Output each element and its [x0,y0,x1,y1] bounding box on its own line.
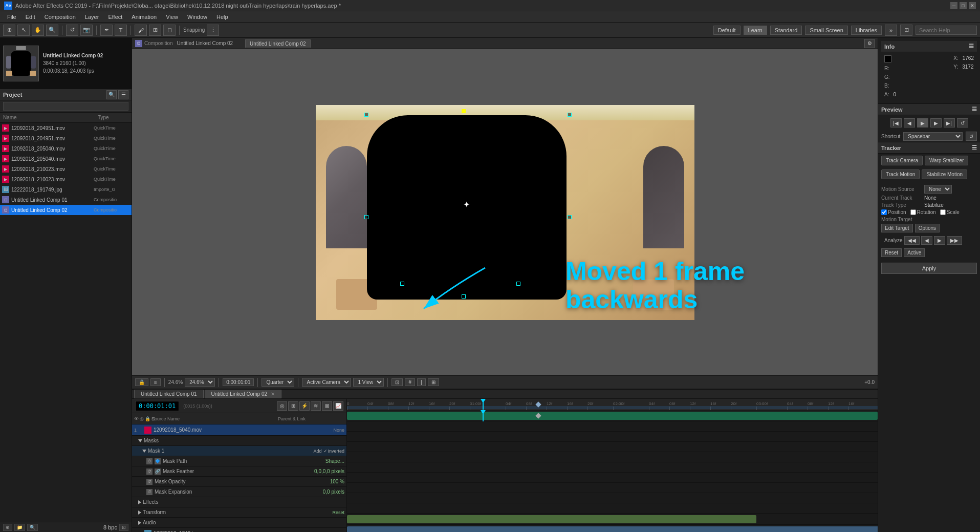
track-motion-button[interactable]: Track Motion [881,169,920,179]
pen-tool[interactable]: ✒ [100,25,113,36]
options-button[interactable]: Options [915,224,940,232]
masks-section[interactable]: Masks [132,436,346,446]
menu-edit[interactable]: Edit [21,13,39,21]
edit-target-button[interactable]: Edit Target [881,224,913,232]
scale-check[interactable]: Scale [940,209,960,215]
handle-bot-center[interactable] [462,294,466,299]
zoom-tool[interactable]: 🔍 [46,25,58,36]
layer-bar-3[interactable] [347,526,878,532]
reset-btn[interactable]: Reset [332,510,344,515]
menu-window[interactable]: Window [183,13,211,21]
viewer-lock-button[interactable]: 🔒 [135,378,148,386]
panel-layout-button[interactable]: ⊡ [900,25,912,36]
viewer-options-button[interactable]: ≡ [150,378,161,386]
layer-bar-2[interactable] [347,515,756,523]
menu-effect[interactable]: Effect [104,13,126,21]
comp2-tab-close[interactable]: ✕ [271,391,275,397]
time-display[interactable]: 0:00:01:01 [223,378,254,386]
position-checkbox[interactable] [881,209,887,215]
project-item-4[interactable]: ▶ 12092018_210023.mov QuickTime [0,164,132,174]
project-menu-button[interactable]: ☰ [118,90,128,99]
go-to-end-button[interactable]: ▶| [944,118,955,127]
play-button[interactable]: ▶ [917,118,928,127]
warp-stabilizer-button[interactable]: Warp Stabilizer [925,156,968,165]
text-tool[interactable]: T [115,25,127,36]
current-time-display[interactable]: 0:00:01:01 [135,401,179,411]
collapse-toggle[interactable]: ⊞ [288,401,298,411]
grid-button[interactable]: # [405,378,415,386]
rotate-tool[interactable]: ↺ [66,25,78,36]
shortcut-reset-button[interactable]: ↺ [966,132,977,141]
preview-menu-button[interactable]: ☰ [972,106,977,113]
workspace-learn[interactable]: Learn [744,26,767,35]
mask-path-value[interactable]: Shape... [325,458,344,464]
project-item-3[interactable]: ▶ 12092018_205040.mov QuickTime [0,154,132,164]
menu-help[interactable]: Help [212,13,232,21]
transform-row[interactable]: Transform Reset [132,507,346,518]
apply-button[interactable]: Apply [881,263,977,274]
frame-blend-toggle[interactable]: ⊠ [322,401,332,411]
find-button[interactable]: 🔍 [27,524,38,531]
view-count-dropdown[interactable]: 1 View [353,378,384,387]
close-button[interactable]: ✕ [969,2,976,9]
motion-blur-toggle[interactable]: ≋ [311,401,321,411]
tracker-active-button[interactable]: Active [904,248,925,257]
snapping-toggle[interactable]: ⋮ [207,25,219,36]
guides-button[interactable]: | [417,378,426,386]
rotation-check[interactable]: Rotation [910,209,936,215]
info-menu-button[interactable]: ☰ [969,43,974,50]
handle-mid-left[interactable] [364,215,368,219]
project-search-button[interactable]: 🔍 [106,90,117,99]
project-item-1[interactable]: ▶ 12092018_204951.mov QuickTime [0,133,132,143]
minimize-button[interactable]: ─ [950,2,957,9]
step-back-button[interactable]: ◀ [904,118,915,127]
solo-toggle[interactable]: ◎ [277,401,287,411]
menu-animation[interactable]: Animation [127,13,161,21]
comp-settings-button[interactable]: ⚙ [864,39,875,48]
handle-top-left[interactable] [364,113,368,117]
mask-opacity-value[interactable]: 100 % [330,479,344,484]
timeline-tab-comp1[interactable]: Untitled Linked Comp 01 [134,390,204,398]
project-item-5[interactable]: ▶ 12092018_210023.mov QuickTime [0,174,132,184]
handle-bot-right[interactable] [516,282,520,286]
hand-tool[interactable]: ✋ [32,25,44,36]
scale-checkbox[interactable] [940,209,946,215]
analyze-back-button[interactable]: ◀◀ [904,236,920,245]
menu-file[interactable]: File [3,13,20,21]
audio-row[interactable]: Audio [132,518,346,528]
rulers-button[interactable]: ⊞ [428,378,439,386]
layer-row-1[interactable]: 1 12092018_5040.mov None [132,424,346,436]
handle-top-center[interactable] [462,109,466,113]
workspace-default[interactable]: Default [713,26,741,35]
zoom-dropdown[interactable]: 24.6% 50% 100% [185,378,215,387]
mask-opacity-row[interactable]: ⏱ Mask Opacity 100 % [132,477,346,487]
workspace-small-screen[interactable]: Small Screen [805,26,847,35]
brush-tool[interactable]: 🖌 [135,25,147,36]
menu-view[interactable]: View [162,13,182,21]
quality-dropdown[interactable]: Quarter [262,378,294,387]
layer-row-2[interactable]: 2 12222018_1749.jpg None [132,528,346,532]
stabilize-motion-button[interactable]: Stabilize Motion [922,169,967,179]
effects-row[interactable]: Effects [132,497,346,507]
playhead[interactable] [483,399,484,410]
new-comp-button[interactable]: ⊕ [3,524,12,531]
motion-source-dropdown[interactable]: None [924,185,952,194]
window-controls[interactable]: ─ □ ✕ [950,2,976,9]
workspace-standard[interactable]: Standard [770,26,802,35]
mask-path-row[interactable]: ⏱ 🔷 Mask Path Shape... [132,456,346,466]
analyze-step-back-button[interactable]: ◀ [921,236,932,245]
handle-top-right[interactable] [568,113,572,117]
graph-editor-toggle[interactable]: 📈 [333,401,343,411]
mask-expansion-value[interactable]: 0,0 pixels [323,489,344,495]
shortcut-dropdown[interactable]: Spacebar [903,132,963,141]
more-workspaces-button[interactable]: » [885,25,897,36]
project-item-7[interactable]: ⊡ Untitled Linked Comp 01 Compositio [0,195,132,205]
project-item-0[interactable]: ▶ 12092018_204951.mov QuickTime [0,123,132,133]
new-folder-button[interactable]: 📁 [14,524,25,531]
workspace-libraries[interactable]: Libraries [851,26,882,35]
eraser-tool[interactable]: ◻ [163,25,176,36]
mask-feather-value[interactable]: 0,0,0,0 pixels [314,469,344,474]
clone-tool[interactable]: ⊞ [149,25,161,36]
select-tool[interactable]: ↖ [17,25,30,36]
mask-feather-row[interactable]: ⏱ 🔗 Mask Feather 0,0,0,0 pixels [132,466,346,477]
